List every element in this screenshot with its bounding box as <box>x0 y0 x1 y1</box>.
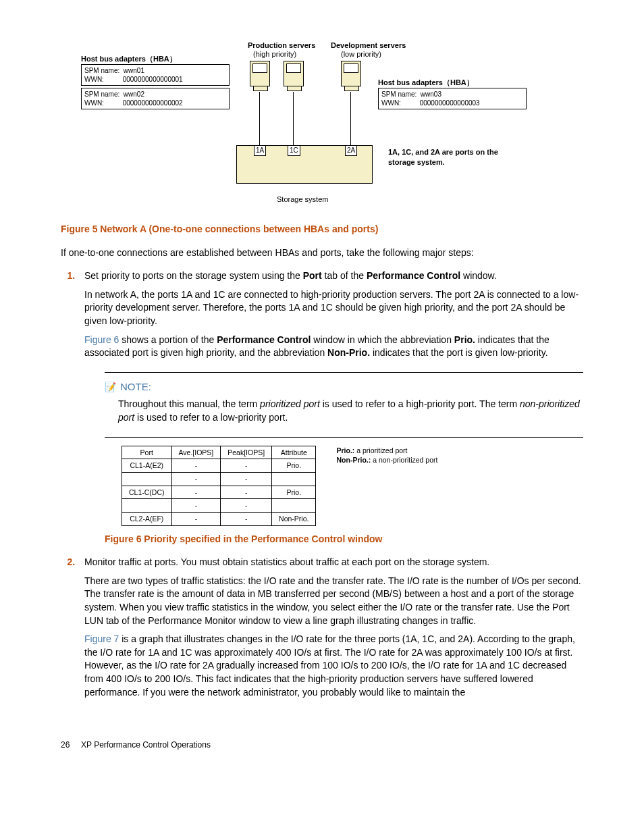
hba-box-3: SPM name: wwn03 WWN: 0000000000000003 <box>378 88 527 109</box>
hba-title-left: Host bus adapters（HBA） <box>81 54 177 64</box>
hba-box-2: SPM name: wwn02 WWN: 0000000000000002 <box>81 88 230 109</box>
step-1: Set priority to ports on the storage sys… <box>78 269 583 546</box>
server-icon <box>341 61 361 86</box>
figure-6-caption: Figure 6 Priority specified in the Perfo… <box>105 533 583 546</box>
figure-6-link[interactable]: Figure 6 <box>84 334 119 345</box>
intro-text: If one-to-one connections are establishe… <box>61 246 583 260</box>
storage-label: Storage system <box>277 194 328 205</box>
divider <box>105 372 583 373</box>
server-icon <box>250 61 270 86</box>
table-legend: Prio.: a prioritized port Non-Prio.: a n… <box>336 446 437 465</box>
port-1c: 1C <box>288 145 300 156</box>
network-diagram: Host bus adapters（HBA） Production server… <box>81 41 583 216</box>
prod-sub: (high priority) <box>253 49 296 59</box>
server-icon <box>284 61 304 86</box>
divider <box>105 437 583 438</box>
note-header: 📝NOTE: <box>105 380 583 394</box>
page-footer: 26 XP Performance Control Operations <box>61 739 583 751</box>
note-icon: 📝 <box>105 381 116 394</box>
port-1a: 1A <box>254 145 266 156</box>
figure-7-link[interactable]: Figure 7 <box>84 633 119 644</box>
note-body: Throughout this manual, the term priorit… <box>118 398 583 424</box>
hba-title-right: Host bus adapters（HBA） <box>378 78 474 88</box>
dev-sub: (low priority) <box>341 49 381 59</box>
priority-table: PortAve.[IOPS]Peak[IOPS]Attribute CL1-A(… <box>122 446 316 526</box>
port-2a: 2A <box>345 145 357 156</box>
step-2: Monitor traffic at ports. You must obtai… <box>78 556 583 699</box>
port-note: 1A, 1C, and 2A are ports on the storage … <box>388 147 523 168</box>
figure-5-caption: Figure 5 Network A (One-to-one connectio… <box>61 223 583 236</box>
hba-box-1: SPM name: wwn01 WWN: 0000000000000001 <box>81 64 230 86</box>
